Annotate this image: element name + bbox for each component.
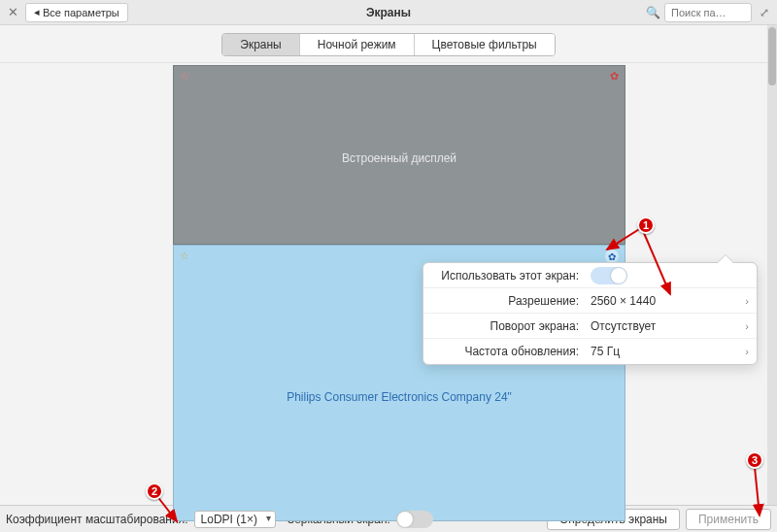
resolution-label: Разрешение: [423,294,587,308]
use-display-toggle[interactable] [591,267,627,284]
apply-button[interactable]: Применить [686,509,771,530]
display-arrangement-area[interactable]: ☆ ✿ Встроенный дисплей ☆ ✿ Philips Consu… [0,62,777,505]
display-settings-popover: Использовать этот экран: Разрешение: 256… [422,262,758,365]
use-display-label: Использовать этот экран: [423,269,587,283]
row-refresh[interactable]: Частота обновления: 75 Гц › [423,339,757,364]
settings-window: ✕ ◂ Все параметры Экраны 🔍 ⤢ Экраны Ночн… [0,0,777,532]
tab-displays[interactable]: Экраны [222,34,299,55]
display-external-label: Philips Consumer Electronics Company 24" [174,390,625,404]
back-label: Все параметры [43,7,119,18]
star-icon: ☆ [180,70,189,83]
annotation-marker-1: 1 [637,216,655,234]
chevron-right-icon: › [745,320,749,332]
gear-icon[interactable]: ✿ [610,70,619,83]
annotation-marker-2: 2 [146,482,163,500]
close-icon[interactable]: ✕ [4,4,21,21]
row-rotation[interactable]: Поворот экрана: Отсутствует › [423,314,757,339]
tab-color-filters[interactable]: Цветовые фильтры [415,34,555,55]
vertical-scrollbar[interactable] [767,25,777,505]
chevron-right-icon: › [745,295,749,307]
display-builtin-label: Встроенный дисплей [174,151,625,165]
titlebar: ✕ ◂ Все параметры Экраны 🔍 ⤢ [0,0,777,25]
star-icon: ☆ [180,249,189,262]
refresh-value[interactable]: 75 Гц › [587,345,757,358]
tabs: Экраны Ночной режим Цветовые фильтры [221,33,555,56]
display-builtin[interactable]: ☆ ✿ Встроенный дисплей [173,65,625,245]
back-button[interactable]: ◂ Все параметры [25,3,128,22]
row-resolution[interactable]: Разрешение: 2560 × 1440 › [423,288,757,314]
gear-icon[interactable]: ✿ [605,249,619,263]
chevron-left-icon: ◂ [34,6,40,18]
mirror-toggle[interactable] [396,511,433,528]
row-use-display: Использовать этот экран: [423,263,757,288]
chevron-right-icon: › [745,346,749,357]
rotation-label: Поворот экрана: [423,319,587,333]
refresh-label: Частота обновления: [423,345,587,358]
tab-night-mode[interactable]: Ночной режим [300,34,415,55]
scale-factor-select[interactable]: LoDPI (1×) [194,511,276,528]
rotation-value[interactable]: Отсутствует › [587,319,757,333]
tab-bar: Экраны Ночной режим Цветовые фильтры [0,25,777,62]
expand-icon[interactable]: ⤢ [756,4,773,21]
resolution-value[interactable]: 2560 × 1440 › [587,294,757,308]
search-icon: 🔍 [646,6,660,19]
scale-factor-label: Коэффициент масштабирования: [6,513,188,526]
annotation-marker-3: 3 [746,451,763,469]
scrollbar-thumb[interactable] [768,27,776,85]
search-input[interactable] [664,3,752,22]
